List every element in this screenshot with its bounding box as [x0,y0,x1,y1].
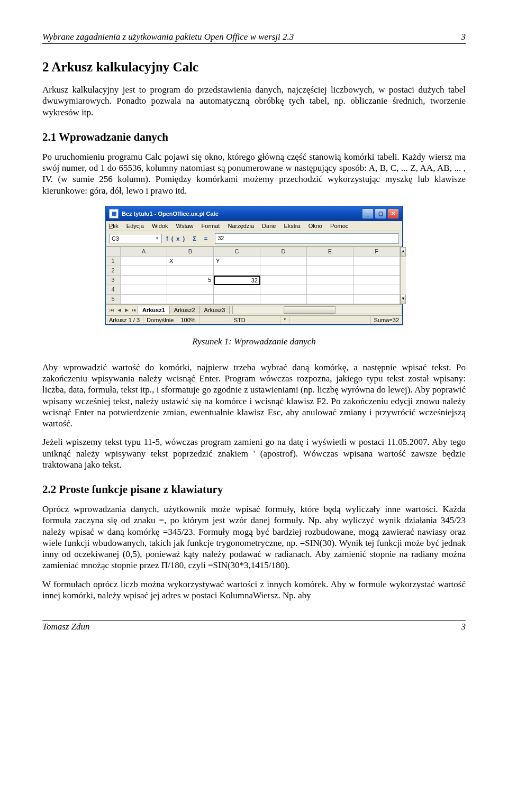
figure-1-caption: Rysunek 1: Wprowadzanie danych [42,336,466,347]
cell-d2[interactable] [260,266,307,276]
status-blank [289,316,370,324]
cell-d3[interactable] [260,276,307,285]
cell-d5[interactable] [260,295,307,304]
tab-nav-next-icon[interactable]: ▶ [123,307,130,313]
section-2-1-heading: 2.1 Wprowadzanie danych [42,131,466,144]
status-modified: * [280,316,289,324]
tab-nav-prev-icon[interactable]: ◀ [115,307,123,313]
cell-f4[interactable] [353,285,400,295]
col-header-f[interactable]: F [353,247,400,257]
cell-a5[interactable] [121,295,167,304]
section-2-intro: Arkusz kalkulacyjny jest to program do p… [42,84,466,118]
menu-edycja[interactable]: Edycja [126,223,144,229]
section-2-2-p2: W formułach oprócz liczb można wykorzyst… [42,579,466,601]
cell-c3[interactable]: 32 [214,276,260,285]
menu-narzedzia[interactable]: Narzędzia [228,223,254,229]
figure-1: ▦ Bez tytułu1 - OpenOffice.ux.pl Calc _ … [42,206,466,347]
menu-format[interactable]: Format [202,223,220,229]
titlebar: ▦ Bez tytułu1 - OpenOffice.ux.pl Calc _ … [106,206,402,221]
cell-d4[interactable] [260,285,307,295]
cell-a3[interactable] [121,276,167,285]
formula-input[interactable]: 32 [215,233,399,244]
row-header-1[interactable]: 1 [106,257,121,266]
sheet-tab-1[interactable]: Arkusz1 [138,306,170,314]
cell-a2[interactable] [121,266,167,276]
status-bar: Arkusz 1 / 3 Domyślnie 100% STD * Suma=3… [106,315,402,324]
col-header-e[interactable]: E [307,247,353,257]
cell-f3[interactable] [353,276,400,285]
menu-okno[interactable]: Okno [309,223,322,229]
app-icon: ▦ [109,209,119,218]
menu-wstaw[interactable]: Wstaw [176,223,194,229]
name-box[interactable]: C3 ▼ [109,234,162,243]
menu-bar[interactable]: PPliklik Edycja Widok Wstaw Format Narzę… [106,221,402,231]
sheet-tab-2[interactable]: Arkusz2 [169,306,200,314]
col-header-b[interactable]: B [167,247,214,257]
cell-b3[interactable]: 5 [167,276,214,285]
cell-a4[interactable] [121,285,167,295]
status-style: Domyślnie [143,316,177,324]
status-zoom[interactable]: 100% [177,316,199,324]
spreadsheet-grid: A B C D E F 1 X Y [106,247,402,315]
cell-c2[interactable] [214,266,260,276]
section-2-heading: 2 Arkusz kalkulacyjny Calc [42,60,466,75]
row-header-5[interactable]: 5 [106,295,121,304]
cell-e1[interactable] [307,257,353,266]
horizontal-scrollbar[interactable] [232,306,402,314]
row-header-4[interactable]: 4 [106,285,121,295]
row-header-3[interactable]: 3 [106,276,121,285]
tab-nav-last-icon[interactable]: ⏭ [130,307,138,313]
scroll-up-icon[interactable]: ▲ [401,247,406,257]
cell-f1[interactable] [353,257,400,266]
sheet-tab-3[interactable]: Arkusz3 [199,306,230,314]
calc-window: ▦ Bez tytułu1 - OpenOffice.ux.pl Calc _ … [105,206,403,325]
cell-f5[interactable] [353,295,400,304]
close-button[interactable]: ✕ [387,208,399,219]
status-mode: STD [199,316,280,324]
menu-widok[interactable]: Widok [152,223,168,229]
cell-b4[interactable] [167,285,214,295]
row-header-2[interactable]: 2 [106,266,121,276]
cell-b1[interactable]: X [167,257,214,266]
cell-c1[interactable]: Y [214,257,260,266]
formula-bar: C3 ▼ f(x) Σ = 32 [106,231,402,247]
vertical-scrollbar[interactable]: ▲ ▼ [400,247,406,304]
col-header-a[interactable]: A [121,247,167,257]
maximize-button[interactable]: ▢ [375,208,386,219]
name-box-value: C3 [112,235,119,242]
cell-b5[interactable] [167,295,214,304]
cell-e5[interactable] [307,295,353,304]
cell-c5[interactable] [214,295,260,304]
dropdown-icon[interactable]: ▼ [155,236,159,241]
page-header: Wybrane zagadnienia z użytkowania pakiet… [42,32,466,44]
formula-buttons[interactable]: f(x) Σ = [166,235,211,242]
cell-e3[interactable] [307,276,353,285]
section-2-1-p1: Po uruchomieniu programu Calc pojawi się… [42,151,466,196]
page-footer: Tomasz Zdun 3 [42,620,466,632]
status-sheet: Arkusz 1 / 3 [106,316,143,324]
tab-nav-first-icon[interactable]: ⏮ [108,307,115,313]
section-2-1-p2: Aby wprowadzić wartość do komórki, najpi… [42,362,466,430]
menu-plik[interactable]: PPliklik [109,223,119,229]
cell-c4[interactable] [214,285,260,295]
cell-d1[interactable] [260,257,307,266]
cell-a1[interactable] [121,257,167,266]
menu-pomoc[interactable]: Pomoc [330,223,348,229]
cell-f2[interactable] [353,266,400,276]
col-header-d[interactable]: D [260,247,307,257]
section-2-2-heading: 2.2 Proste funkcje pisane z klawiatury [42,483,466,496]
sheet-tab-bar: ⏮ ◀ ▶ ⏭ Arkusz1 Arkusz2 Arkusz3 [106,304,402,315]
menu-dane[interactable]: Dane [262,223,276,229]
header-title: Wybrane zagadnienia z użytkowania pakiet… [42,32,294,42]
minimize-button[interactable]: _ [362,208,374,219]
cell-e2[interactable] [307,266,353,276]
window-title: Bez tytułu1 - OpenOffice.ux.pl Calc [122,211,219,217]
cell-b2[interactable] [167,266,214,276]
scroll-down-icon[interactable]: ▼ [401,295,406,304]
section-2-1-p3: Jeżeli wpiszemy tekst typu 11-5, wówczas… [42,436,466,470]
menu-ekstra[interactable]: Ekstra [284,223,300,229]
cell-e4[interactable] [307,285,353,295]
col-header-c[interactable]: C [214,247,260,257]
status-sum: Suma=32 [371,316,402,324]
select-all-corner[interactable] [106,247,121,257]
